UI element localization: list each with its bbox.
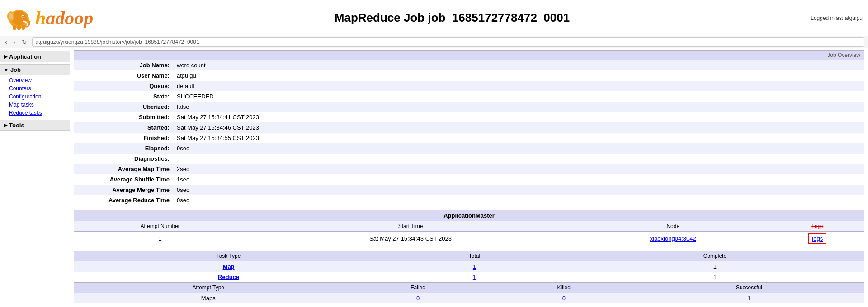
- sidebar-item-overview[interactable]: Overview: [7, 76, 70, 84]
- start-time-cell: Sat May 27 15:34:43 CST 2023: [246, 232, 575, 246]
- job-overview-label-cell: Average Merge Time: [74, 185, 173, 195]
- reduce-complete-cell: 1: [566, 272, 864, 282]
- map-total-link[interactable]: 1: [473, 263, 476, 270]
- job-overview-value-cell: 0sec: [173, 185, 864, 195]
- logs-link[interactable]: logs: [812, 235, 823, 242]
- table-row: Reduce 1 1: [74, 272, 864, 282]
- job-overview-label-cell: Diagnostics:: [74, 154, 173, 164]
- nav-back-button[interactable]: ‹: [4, 38, 9, 46]
- tools-arrow-icon: ▶: [4, 122, 7, 128]
- map-complete-cell: 1: [566, 261, 864, 272]
- sidebar-section-application[interactable]: ▶ Application: [0, 51, 70, 62]
- address-url: atguiguzu/yixiongzu:19888/jobhistory/job…: [32, 37, 864, 47]
- application-arrow-icon: ▶: [4, 54, 7, 60]
- map-type-cell: Map: [74, 261, 383, 272]
- maps-killed-link[interactable]: 0: [562, 295, 566, 302]
- job-overview-value-cell: 2sec: [173, 164, 864, 174]
- hadoop-elephant-icon: [5, 5, 33, 30]
- job-overview-label-cell: Started:: [74, 122, 173, 133]
- job-overview-value-cell: 1sec: [173, 174, 864, 185]
- job-overview-label-cell: State:: [74, 91, 173, 102]
- task-summary-table: Task Type Total Complete Map 1 1 Reduce: [74, 251, 864, 282]
- task-complete-header: Complete: [566, 251, 864, 261]
- job-overview-value-cell: SUCCEEDED: [173, 91, 864, 102]
- svg-rect-6: [13, 25, 16, 30]
- reduces-failed-link[interactable]: 0: [416, 305, 420, 307]
- col-start-time: Start Time: [246, 221, 575, 232]
- col-attempt-number: Attempt Number: [74, 221, 246, 232]
- sidebar-item-configuration[interactable]: Configuration: [7, 93, 70, 101]
- job-overview-value-cell: atguigu: [173, 70, 864, 81]
- table-row: Reduces 0 0 1: [74, 303, 864, 307]
- svg-rect-7: [17, 25, 21, 30]
- job-overview-label-cell: User Name:: [74, 70, 173, 81]
- task-type-header: Task Type: [74, 251, 383, 261]
- attempt-type-header: Attempt Type: [74, 283, 343, 293]
- job-overview-value-cell: [173, 154, 864, 164]
- maps-successful: 1: [634, 293, 864, 304]
- job-overview-value-cell: 9sec: [173, 143, 864, 154]
- content-area: Job Overview Job Name:word countUser Nam…: [70, 48, 868, 307]
- reduce-link[interactable]: Reduce: [218, 274, 239, 280]
- nav-forward-button[interactable]: ›: [12, 38, 17, 46]
- sidebar-section-job[interactable]: ▼ Job: [0, 64, 70, 75]
- job-overview-label-cell: Submitted:: [74, 112, 173, 122]
- job-overview-value-cell: false: [173, 102, 864, 112]
- job-overview-label-cell: Queue:: [74, 81, 173, 91]
- job-overview-label: Job Overview: [827, 52, 860, 58]
- app-master-title: ApplicationMaster: [74, 210, 864, 221]
- sidebar-section-tools[interactable]: ▶ Tools: [0, 120, 70, 131]
- task-total-header: Total: [383, 251, 566, 261]
- job-overview-label-cell: Average Map Time: [74, 164, 173, 174]
- sidebar-item-map-tasks[interactable]: Map tasks: [7, 101, 70, 109]
- job-overview-value-cell: default: [173, 81, 864, 91]
- job-overview-value-cell: Sat May 27 15:34:55 CST 2023: [173, 133, 864, 143]
- reduce-total-cell: 1: [383, 272, 566, 282]
- job-overview-label-cell: Finished:: [74, 133, 173, 143]
- login-info: Logged in as: atguigu: [781, 15, 863, 21]
- sidebar-job-links: Overview Counters Configuration Map task…: [0, 75, 70, 118]
- app-master-table: Attempt Number Start Time Node Logs 1 Sa…: [74, 221, 864, 246]
- reduces-killed-link[interactable]: 0: [562, 305, 566, 307]
- attempt-killed-header: Killed: [494, 283, 634, 293]
- job-overview-label-cell: Uberized:: [74, 102, 173, 112]
- map-total-cell: 1: [383, 261, 566, 272]
- job-overview-table: Job Name:word countUser Name:atguiguQueu…: [74, 60, 864, 205]
- reduces-failed: 0: [343, 303, 494, 307]
- reduce-type-cell: Reduce: [74, 272, 383, 282]
- attempt-successful-header: Successful: [634, 283, 864, 293]
- job-arrow-icon: ▼: [4, 67, 9, 73]
- logs-cell: logs: [771, 232, 864, 246]
- sidebar: ▶ Application ▼ Job Overview Counters Co…: [0, 48, 70, 307]
- application-master-section: ApplicationMaster Attempt Number Start T…: [74, 210, 864, 246]
- svg-point-5: [22, 16, 23, 17]
- hadoop-logo-text: hadoop: [35, 7, 93, 29]
- main-layout: ▶ Application ▼ Job Overview Counters Co…: [0, 48, 868, 307]
- col-node: Node: [575, 221, 771, 232]
- sidebar-item-reduce-tasks[interactable]: Reduce tasks: [7, 109, 70, 117]
- content-inner: Job Overview Job Name:word countUser Nam…: [70, 48, 868, 307]
- node-link[interactable]: xiaoxiong04:8042: [650, 235, 696, 242]
- attempt-failed-header: Failed: [343, 283, 494, 293]
- maps-failed: 0: [343, 293, 494, 304]
- page-title: MapReduce Job job_1685172778472_0001: [123, 11, 781, 25]
- sidebar-application-label: Application: [9, 53, 41, 60]
- sidebar-tools-label: Tools: [9, 122, 24, 129]
- logo-area: hadoop: [5, 5, 123, 30]
- maps-attempt-type: Maps: [74, 293, 343, 304]
- sidebar-item-counters[interactable]: Counters: [7, 84, 70, 93]
- table-row: Map 1 1: [74, 261, 864, 272]
- svg-rect-8: [22, 25, 25, 30]
- job-overview-value-cell: word count: [173, 60, 864, 70]
- nav-refresh-button[interactable]: ↻: [20, 38, 28, 46]
- maps-failed-link[interactable]: 0: [416, 295, 420, 302]
- job-overview-label-cell: Average Reduce Time: [74, 195, 173, 205]
- reduces-attempt-type: Reduces: [74, 303, 343, 307]
- reduces-successful: 1: [634, 303, 864, 307]
- map-link[interactable]: Map: [223, 263, 235, 270]
- sidebar-job-label: Job: [10, 66, 21, 73]
- reduce-total-link[interactable]: 1: [473, 274, 476, 280]
- top-bar: hadoop MapReduce Job job_1685172778472_0…: [0, 0, 868, 36]
- job-overview-label-cell: Elapsed:: [74, 143, 173, 154]
- reduces-killed: 0: [494, 303, 634, 307]
